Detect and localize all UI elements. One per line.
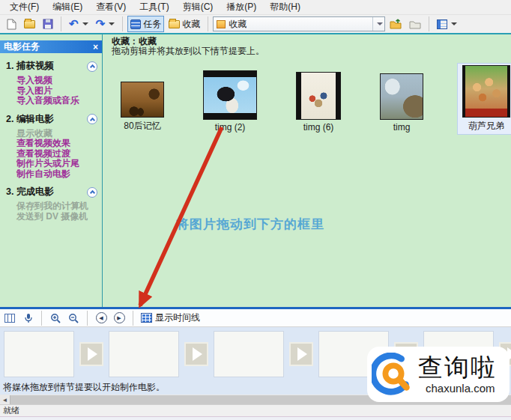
main-toolbar: ↶ ↷ 任务 收藏 收藏 [0,15,511,34]
collections-folder-icon [169,20,180,28]
clip-thumbnail [380,73,423,120]
toolbar-separator [41,311,42,326]
sidebar-item-make-titles[interactable]: 制作片头或片尾 [16,159,97,169]
collections-toggle-button[interactable]: 收藏 [166,16,203,32]
new-project-button[interactable] [3,16,19,32]
zoom-out-icon [68,313,79,323]
section-title: 3. 完成电影 [6,186,54,198]
clip-label: timg [393,122,411,133]
sidebar-item-view-effects[interactable]: 查看视频效果 [16,139,97,149]
zoom-out-button[interactable] [66,311,81,326]
content-area: 电影任务 × 1. 捕获视频 导入视频 导入图片 导入音频或音乐 2. 编辑电影 [0,34,511,307]
storyboard-hint: 将媒体拖放到情节提要以开始制作电影。 [3,381,165,394]
menu-play[interactable]: 播放(P) [220,0,263,14]
toolbar-separator [87,311,88,326]
menu-view[interactable]: 查看(V) [89,0,133,14]
watermark-domain: chaxunla.com [426,383,495,394]
up-folder-icon [390,19,402,29]
sidebar-item-show-collections: 显示收藏 [16,129,97,139]
transition-cell[interactable] [289,342,313,366]
clip-thumbnail [462,65,510,118]
clip-label: 葫芦兄弟 [468,120,504,133]
clip-item[interactable]: timg (6) [291,70,345,134]
clip-item-selected[interactable]: 葫芦兄弟 [458,64,511,134]
up-one-level-button[interactable] [387,16,405,32]
new-collection-folder-button[interactable] [406,16,424,32]
toolbar-separator [61,16,61,31]
storyboard-frame[interactable] [109,331,179,377]
close-icon[interactable]: × [93,43,98,52]
collection-subtitle: 拖动剪辑并将其放到以下情节提要上。 [112,46,511,56]
sidebar-item-import-audio[interactable]: 导入音频或音乐 [16,96,97,106]
collections-label: 收藏 [182,18,200,31]
views-icon [437,19,447,29]
undo-button[interactable]: ↶ [66,16,91,32]
sidebar-item-import-pictures[interactable]: 导入图片 [16,86,97,97]
combobox-dropdown-icon[interactable] [372,17,384,31]
tasks-toggle-button[interactable]: 任务 [127,16,164,32]
collapse-icon[interactable] [87,61,97,72]
menu-edit[interactable]: 编辑(E) [46,0,89,14]
status-bar: 就绪 [0,404,511,416]
section-title: 1. 捕获视频 [6,60,54,73]
sidebar-item-automovie[interactable]: 制作自动电影 [16,169,97,180]
narrate-button[interactable] [20,311,35,326]
window-bottom-edge [0,416,511,420]
toolbar-separator [122,16,123,31]
tasks-label: 任务 [143,18,161,31]
clip-item[interactable]: 80后记忆 [116,80,169,134]
zoom-in-icon [50,313,61,323]
sidebar-item-send-to-dv: 发送到 DV 摄像机 [16,212,97,222]
section-title: 2. 编辑电影 [6,113,54,126]
clip-list: 80后记忆 timg (2) timg (6) timg 葫芦兄弟 [116,62,511,134]
collapse-icon[interactable] [87,187,97,198]
menu-clip[interactable]: 剪辑(C) [176,0,220,14]
sidebar-item-view-transitions[interactable]: 查看视频过渡 [16,149,97,159]
movie-tasks-panel: 电影任务 × 1. 捕获视频 导入视频 导入图片 导入音频或音乐 2. 编辑电影 [0,34,103,307]
views-button[interactable] [434,16,460,32]
save-project-button[interactable] [40,16,56,32]
save-icon [43,19,53,29]
status-text: 就绪 [3,405,19,416]
redo-caret-icon [109,22,115,25]
open-project-button[interactable] [21,16,38,32]
storyboard-icon [4,314,15,323]
collection-icon [217,20,226,28]
tutorial-annotation: 将图片拖动到下方的框里 [176,216,324,233]
transition-cell[interactable] [184,342,208,366]
show-timeline-button[interactable]: 显示时间线 [139,311,202,326]
movie-tasks-header: 电影任务 × [0,40,102,53]
sidebar-item-import-video[interactable]: 导入视频 [16,76,97,86]
redo-button[interactable]: ↷ [93,16,118,32]
menu-tools[interactable]: 工具(T) [133,0,175,14]
menu-bar: 文件(F) 编辑(E) 查看(V) 工具(T) 剪辑(C) 播放(P) 帮助(H… [0,0,511,15]
redo-icon: ↷ [96,19,106,29]
menu-file[interactable]: 文件(F) [3,0,46,14]
clip-item[interactable]: timg (2) [199,69,261,134]
toolbar-separator [429,16,429,31]
collection-combobox[interactable]: 收藏 [213,16,385,31]
timeline-icon [141,313,152,323]
new-folder-icon [409,19,421,29]
new-file-icon [7,19,16,30]
scroll-left-icon[interactable]: ◄ [0,395,10,404]
clip-item[interactable]: timg [375,72,428,134]
movie-tasks-title: 电影任务 [4,40,40,53]
rewind-button[interactable]: ◀ [94,311,109,326]
zoom-in-button[interactable] [48,311,63,326]
transition-cell[interactable] [79,342,103,366]
storyboard-view-button[interactable] [2,311,17,326]
clip-label: timg (2) [215,122,246,133]
undo-icon: ↶ [69,19,79,29]
microphone-icon [23,313,33,323]
clip-thumbnail [296,72,341,120]
menu-help[interactable]: 帮助(H) [263,0,307,14]
collapse-icon[interactable] [87,114,97,124]
watermark: 查询啦 chaxunla.com [367,347,510,402]
storyboard-frame[interactable] [214,331,284,377]
collection-pane: 收藏：收藏 拖动剪辑并将其放到以下情节提要上。 80后记忆 timg (2) t… [103,34,511,307]
section-edit-movie: 2. 编辑电影 显示收藏 查看视频效果 查看视频过渡 制作片头或片尾 制作自动电… [0,106,102,180]
play-button[interactable]: ▶ [112,311,127,326]
watermark-brand: 查询啦 [418,356,497,380]
storyboard-frame[interactable] [4,331,74,377]
